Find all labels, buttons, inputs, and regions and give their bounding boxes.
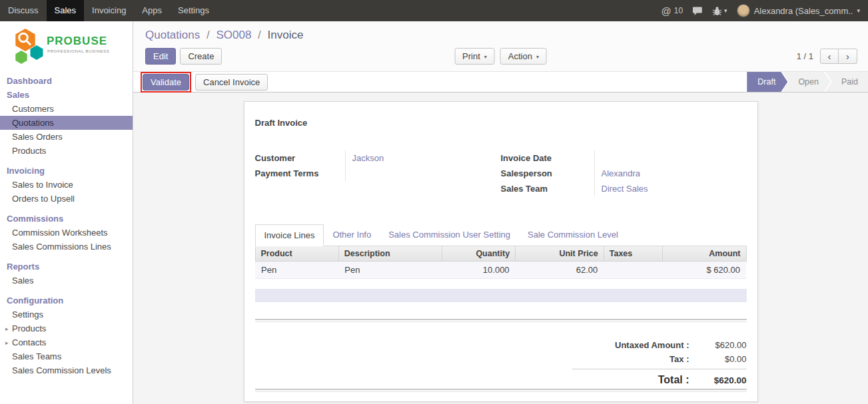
invoice-lines-table: Product Description Quantity Unit Price …	[255, 246, 747, 279]
top-menu-discuss[interactable]: Discuss	[0, 0, 47, 21]
top-menu-sales[interactable]: Sales	[47, 0, 85, 21]
section-separator	[255, 319, 747, 322]
tab-invoice-lines[interactable]: Invoice Lines	[255, 224, 324, 246]
mention-count: 10	[674, 6, 683, 15]
sidebar-section-sales: Sales Customers Quotations Sales Orders …	[0, 88, 133, 158]
sidebar-item-label: Contacts	[12, 337, 46, 347]
total-label: Total :	[572, 374, 699, 386]
cell-description: Pen	[338, 262, 442, 279]
tax-value: $0.00	[699, 354, 747, 364]
breadcrumb-current: Invoice	[268, 29, 304, 41]
sales-team-value[interactable]: Direct Sales	[594, 181, 747, 196]
customer-value[interactable]: Jackson	[345, 150, 501, 166]
total-value: $620.00	[699, 375, 747, 385]
sheet-bottom-separator	[255, 389, 747, 392]
breadcrumb: Quotations / SO008 / Invoice	[133, 21, 868, 43]
sidebar-item-sales-commission-levels[interactable]: Sales Commission Levels	[0, 363, 133, 377]
tab-sale-commission-level[interactable]: Sale Commission Level	[519, 224, 627, 246]
sidebar-item-config-contacts[interactable]: ▸Contacts	[0, 335, 133, 349]
salesperson-label: Salesperson	[501, 166, 594, 181]
breadcrumb-quotations[interactable]: Quotations	[145, 29, 200, 41]
topbar: Discuss Sales Invoicing Apps Settings @ …	[0, 0, 868, 21]
top-menu-invoicing[interactable]: Invoicing	[84, 0, 134, 21]
user-name: Alexandra (Sales_comm..	[754, 6, 853, 16]
total-row: Total : $620.00	[572, 369, 747, 388]
invoice-date-value	[594, 150, 747, 166]
sidebar-item-customers[interactable]: Customers	[0, 102, 133, 116]
totals: Untaxed Amount : $620.00 Tax : $0.00 Tot…	[572, 338, 747, 388]
untaxed-amount-label: Untaxed Amount :	[572, 340, 699, 350]
edit-button[interactable]: Edit	[145, 48, 176, 65]
print-label: Print	[462, 51, 480, 61]
caret-down-icon: ▾	[484, 54, 487, 60]
breadcrumb-separator: /	[207, 29, 210, 41]
tax-row: Tax : $0.00	[572, 352, 747, 366]
chat-bubble-icon	[692, 6, 703, 16]
col-header-quantity: Quantity	[442, 246, 516, 262]
mention-icon: @	[661, 5, 671, 17]
sidebar-item-sales-to-invoice[interactable]: Sales to Invoice	[0, 178, 133, 192]
messages-button[interactable]	[692, 6, 703, 16]
col-header-taxes: Taxes	[604, 246, 662, 262]
cell-amount: $ 620.00	[663, 262, 746, 279]
mention-counter[interactable]: @ 10	[661, 5, 683, 17]
breadcrumb-so008[interactable]: SO008	[216, 29, 251, 41]
sidebar-heading-dashboard[interactable]: Dashboard	[0, 74, 133, 88]
tab-other-info[interactable]: Other Info	[324, 224, 380, 246]
validate-button[interactable]: Validate	[143, 74, 189, 91]
sidebar-item-sales-teams[interactable]: Sales Teams	[0, 349, 133, 363]
logo-hexagon-green	[15, 51, 27, 64]
debug-menu-button[interactable]: ▾	[712, 6, 727, 16]
sidebar-item-commission-worksheets[interactable]: Commission Worksheets	[0, 226, 133, 240]
action-label: Action	[508, 51, 532, 61]
sidebar-item-orders-to-upsell[interactable]: Orders to Upsell	[0, 192, 133, 206]
sidebar-item-products[interactable]: Products	[0, 144, 133, 158]
sidebar-heading-commissions[interactable]: Commissions	[0, 212, 133, 226]
pager-previous-button[interactable]: ‹	[820, 49, 839, 64]
sidebar-item-quotations[interactable]: Quotations	[0, 116, 133, 130]
sidebar-item-settings[interactable]: Settings	[0, 307, 133, 321]
user-menu[interactable]: Alexandra (Sales_comm.. ▾	[737, 4, 860, 17]
statusbar-buttons: Validate Cancel Invoice	[133, 72, 268, 92]
sidebar-heading-sales[interactable]: Sales	[0, 88, 133, 102]
sidebar-item-reports-sales[interactable]: Sales	[0, 274, 133, 288]
invoice-date-field-row: Invoice Date	[501, 150, 747, 166]
col-header-amount: Amount	[663, 246, 746, 262]
cell-product: Pen	[255, 262, 338, 279]
pager-next-button[interactable]: ›	[839, 49, 857, 64]
status-steps: Draft Open Paid	[747, 72, 868, 92]
action-dropdown[interactable]: Action▾	[500, 48, 547, 65]
status-step-draft: Draft	[747, 72, 787, 92]
sidebar-heading-reports[interactable]: Reports	[0, 260, 133, 274]
sidebar-item-config-products[interactable]: ▸Products	[0, 321, 133, 335]
invoice-state-title: Draft Invoice	[255, 118, 747, 128]
status-step-open: Open	[782, 72, 831, 92]
field-groups: Customer Jackson Payment Terms Invoice D…	[255, 150, 747, 196]
salesperson-field-row: Salesperson Alexandra	[501, 166, 747, 181]
validate-highlight-box: Validate	[141, 72, 191, 93]
invoice-sheet: Draft Invoice Customer Jackson Payment T…	[244, 101, 758, 402]
sales-team-field-row: Sales Team Direct Sales	[501, 181, 747, 196]
salesperson-value[interactable]: Alexandra	[594, 166, 747, 181]
status-step-paid: Paid	[825, 72, 868, 92]
sidebar-heading-configuration[interactable]: Configuration	[0, 294, 133, 307]
bug-icon	[712, 6, 722, 16]
sidebar-item-sales-orders[interactable]: Sales Orders	[0, 130, 133, 144]
sidebar-section-invoicing: Invoicing Sales to Invoice Orders to Ups…	[0, 164, 133, 206]
cell-unit-price: 62.00	[516, 262, 604, 279]
cancel-invoice-button[interactable]: Cancel Invoice	[195, 74, 268, 91]
invoice-line-row[interactable]: Pen Pen 10.000 62.00 $ 620.00	[255, 262, 746, 279]
customer-label: Customer	[255, 150, 345, 166]
sidebar-item-sales-commissions-lines[interactable]: Sales Commissions Lines	[0, 240, 133, 254]
sidebar-heading-invoicing[interactable]: Invoicing	[0, 164, 133, 178]
sidebar-section-dashboard: Dashboard	[0, 74, 133, 88]
company-logo: PROBUSE PROFESSIONAL BUSINESS	[0, 21, 133, 73]
action-dropdowns: Print▾ Action▾	[454, 48, 547, 65]
create-button[interactable]: Create	[180, 48, 222, 65]
top-menu-apps[interactable]: Apps	[134, 0, 170, 21]
tab-sales-commission-user-setting[interactable]: Sales Commission User Setting	[380, 224, 519, 246]
sidebar: PROBUSE PROFESSIONAL BUSINESS Dashboard …	[0, 21, 133, 404]
top-menu-settings[interactable]: Settings	[170, 0, 217, 21]
empty-line-strip	[255, 289, 747, 302]
print-dropdown[interactable]: Print▾	[454, 48, 495, 65]
